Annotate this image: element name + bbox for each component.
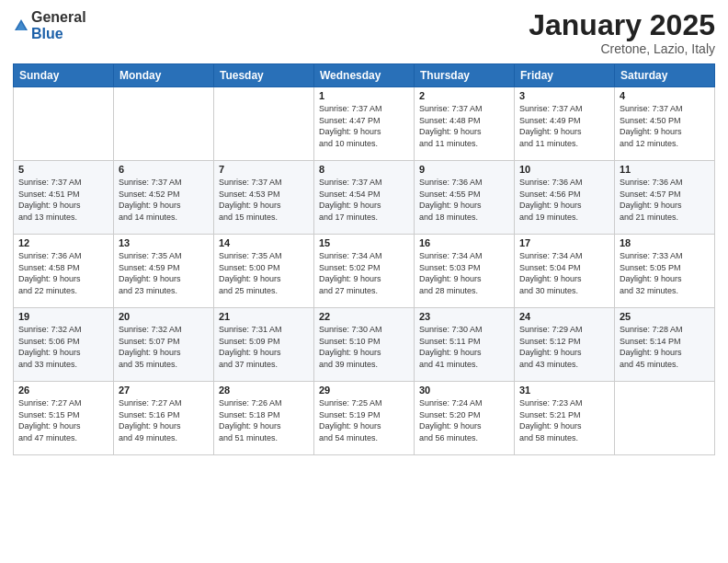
calendar-cell: 20Sunrise: 7:32 AM Sunset: 5:07 PM Dayli…	[114, 308, 214, 382]
day-number: 7	[219, 164, 309, 175]
calendar-cell: 1Sunrise: 7:37 AM Sunset: 4:47 PM Daylig…	[314, 87, 415, 161]
day-info: Sunrise: 7:32 AM Sunset: 5:06 PM Dayligh…	[18, 324, 108, 370]
day-info: Sunrise: 7:37 AM Sunset: 4:49 PM Dayligh…	[519, 103, 609, 149]
weekday-header-wednesday: Wednesday	[314, 64, 415, 87]
calendar-cell	[214, 87, 314, 161]
day-info: Sunrise: 7:32 AM Sunset: 5:07 PM Dayligh…	[119, 324, 209, 370]
day-info: Sunrise: 7:34 AM Sunset: 5:03 PM Dayligh…	[419, 250, 509, 296]
day-info: Sunrise: 7:36 AM Sunset: 4:55 PM Dayligh…	[419, 177, 509, 223]
day-info: Sunrise: 7:33 AM Sunset: 5:05 PM Dayligh…	[620, 250, 710, 296]
logo: General Blue	[13, 9, 86, 41]
calendar-cell: 15Sunrise: 7:34 AM Sunset: 5:02 PM Dayli…	[314, 235, 415, 308]
calendar-week-row: 26Sunrise: 7:27 AM Sunset: 5:15 PM Dayli…	[14, 382, 715, 455]
day-info: Sunrise: 7:37 AM Sunset: 4:47 PM Dayligh…	[319, 103, 409, 149]
calendar-cell: 12Sunrise: 7:36 AM Sunset: 4:58 PM Dayli…	[14, 235, 114, 308]
calendar-cell: 13Sunrise: 7:35 AM Sunset: 4:59 PM Dayli…	[114, 235, 214, 308]
weekday-header-saturday: Saturday	[615, 64, 715, 87]
weekday-header-sunday: Sunday	[14, 64, 114, 87]
calendar-cell: 26Sunrise: 7:27 AM Sunset: 5:15 PM Dayli…	[14, 382, 114, 455]
day-info: Sunrise: 7:35 AM Sunset: 5:00 PM Dayligh…	[219, 250, 309, 296]
calendar-header: SundayMondayTuesdayWednesdayThursdayFrid…	[14, 64, 715, 87]
calendar-cell: 17Sunrise: 7:34 AM Sunset: 5:04 PM Dayli…	[515, 235, 615, 308]
calendar-cell: 23Sunrise: 7:30 AM Sunset: 5:11 PM Dayli…	[415, 308, 515, 382]
day-number: 21	[219, 311, 309, 322]
day-info: Sunrise: 7:37 AM Sunset: 4:53 PM Dayligh…	[219, 177, 309, 223]
day-info: Sunrise: 7:27 AM Sunset: 5:15 PM Dayligh…	[18, 397, 108, 443]
day-info: Sunrise: 7:37 AM Sunset: 4:54 PM Dayligh…	[319, 177, 409, 223]
day-number: 6	[119, 164, 209, 175]
day-number: 11	[620, 164, 710, 175]
day-info: Sunrise: 7:24 AM Sunset: 5:20 PM Dayligh…	[419, 397, 509, 443]
day-number: 23	[419, 311, 509, 322]
day-info: Sunrise: 7:23 AM Sunset: 5:21 PM Dayligh…	[519, 397, 609, 443]
day-info: Sunrise: 7:29 AM Sunset: 5:12 PM Dayligh…	[519, 324, 609, 370]
day-info: Sunrise: 7:36 AM Sunset: 4:56 PM Dayligh…	[519, 177, 609, 223]
day-info: Sunrise: 7:36 AM Sunset: 4:57 PM Dayligh…	[620, 177, 710, 223]
day-info: Sunrise: 7:31 AM Sunset: 5:09 PM Dayligh…	[219, 324, 309, 370]
day-info: Sunrise: 7:36 AM Sunset: 4:58 PM Dayligh…	[18, 250, 108, 296]
calendar-cell: 11Sunrise: 7:36 AM Sunset: 4:57 PM Dayli…	[615, 161, 715, 235]
calendar-cell: 16Sunrise: 7:34 AM Sunset: 5:03 PM Dayli…	[415, 235, 515, 308]
weekday-header-thursday: Thursday	[415, 64, 515, 87]
calendar-cell: 29Sunrise: 7:25 AM Sunset: 5:19 PM Dayli…	[314, 382, 415, 455]
day-number: 12	[18, 237, 108, 248]
logo-blue-text: Blue	[31, 26, 63, 41]
calendar-cell: 28Sunrise: 7:26 AM Sunset: 5:18 PM Dayli…	[214, 382, 314, 455]
calendar-cell: 21Sunrise: 7:31 AM Sunset: 5:09 PM Dayli…	[214, 308, 314, 382]
day-number: 31	[519, 385, 609, 396]
day-info: Sunrise: 7:37 AM Sunset: 4:51 PM Dayligh…	[18, 177, 108, 223]
day-number: 13	[119, 237, 209, 248]
day-number: 26	[18, 385, 108, 396]
header: General Blue January 2025 Cretone, Lazio…	[13, 9, 715, 56]
day-number: 5	[18, 164, 108, 175]
calendar-cell: 9Sunrise: 7:36 AM Sunset: 4:55 PM Daylig…	[415, 161, 515, 235]
calendar-body: 1Sunrise: 7:37 AM Sunset: 4:47 PM Daylig…	[14, 87, 715, 455]
calendar-week-row: 12Sunrise: 7:36 AM Sunset: 4:58 PM Dayli…	[14, 235, 715, 308]
day-info: Sunrise: 7:25 AM Sunset: 5:19 PM Dayligh…	[319, 397, 409, 443]
weekday-header-row: SundayMondayTuesdayWednesdayThursdayFrid…	[14, 64, 715, 87]
calendar-week-row: 1Sunrise: 7:37 AM Sunset: 4:47 PM Daylig…	[14, 87, 715, 161]
weekday-header-friday: Friday	[515, 64, 615, 87]
calendar-cell: 10Sunrise: 7:36 AM Sunset: 4:56 PM Dayli…	[515, 161, 615, 235]
day-number: 30	[419, 385, 509, 396]
day-info: Sunrise: 7:30 AM Sunset: 5:11 PM Dayligh…	[419, 324, 509, 370]
day-number: 24	[519, 311, 609, 322]
day-number: 20	[119, 311, 209, 322]
day-number: 2	[419, 90, 509, 101]
weekday-header-tuesday: Tuesday	[214, 64, 314, 87]
logo-general-text: General	[31, 9, 86, 25]
day-info: Sunrise: 7:34 AM Sunset: 5:04 PM Dayligh…	[519, 250, 609, 296]
day-number: 25	[620, 311, 710, 322]
day-info: Sunrise: 7:26 AM Sunset: 5:18 PM Dayligh…	[219, 397, 309, 443]
location-subtitle: Cretone, Lazio, Italy	[529, 41, 715, 56]
day-number: 8	[319, 164, 409, 175]
logo-icon	[13, 17, 29, 34]
day-number: 28	[219, 385, 309, 396]
day-number: 1	[319, 90, 409, 101]
calendar-cell: 2Sunrise: 7:37 AM Sunset: 4:48 PM Daylig…	[415, 87, 515, 161]
calendar-table: SundayMondayTuesdayWednesdayThursdayFrid…	[13, 63, 715, 455]
day-number: 9	[419, 164, 509, 175]
calendar-cell: 4Sunrise: 7:37 AM Sunset: 4:50 PM Daylig…	[615, 87, 715, 161]
calendar-week-row: 19Sunrise: 7:32 AM Sunset: 5:06 PM Dayli…	[14, 308, 715, 382]
calendar-cell: 24Sunrise: 7:29 AM Sunset: 5:12 PM Dayli…	[515, 308, 615, 382]
calendar-cell: 19Sunrise: 7:32 AM Sunset: 5:06 PM Dayli…	[14, 308, 114, 382]
day-number: 14	[219, 237, 309, 248]
calendar-cell	[114, 87, 214, 161]
day-info: Sunrise: 7:28 AM Sunset: 5:14 PM Dayligh…	[620, 324, 710, 370]
day-number: 27	[119, 385, 209, 396]
calendar-cell: 18Sunrise: 7:33 AM Sunset: 5:05 PM Dayli…	[615, 235, 715, 308]
calendar-cell: 31Sunrise: 7:23 AM Sunset: 5:21 PM Dayli…	[515, 382, 615, 455]
day-number: 15	[319, 237, 409, 248]
calendar-cell	[615, 382, 715, 455]
calendar-cell: 8Sunrise: 7:37 AM Sunset: 4:54 PM Daylig…	[314, 161, 415, 235]
day-info: Sunrise: 7:27 AM Sunset: 5:16 PM Dayligh…	[119, 397, 209, 443]
day-number: 18	[620, 237, 710, 248]
day-info: Sunrise: 7:37 AM Sunset: 4:50 PM Dayligh…	[620, 103, 710, 149]
weekday-header-monday: Monday	[114, 64, 214, 87]
calendar-week-row: 5Sunrise: 7:37 AM Sunset: 4:51 PM Daylig…	[14, 161, 715, 235]
day-number: 16	[419, 237, 509, 248]
day-number: 3	[519, 90, 609, 101]
day-info: Sunrise: 7:37 AM Sunset: 4:48 PM Dayligh…	[419, 103, 509, 149]
day-number: 10	[519, 164, 609, 175]
